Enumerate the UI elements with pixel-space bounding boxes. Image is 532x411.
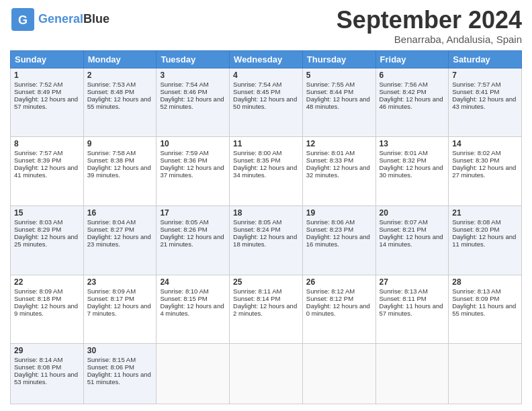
day-number: 22	[14, 277, 80, 287]
day-number: 18	[233, 208, 299, 218]
day-number: 27	[380, 277, 445, 287]
day-number: 29	[14, 346, 80, 355]
calendar-cell: 28 Sunrise: 8:13 AM Sunset: 8:09 PM Dayl…	[449, 275, 522, 344]
daylight-text: Daylight: 12 hours and 11 minutes.	[452, 233, 516, 248]
sunset-text: Sunset: 8:27 PM	[87, 226, 134, 233]
daylight-text: Daylight: 12 hours and 32 minutes.	[306, 164, 370, 179]
sunrise-text: Sunrise: 7:57 AM	[14, 149, 62, 156]
sunrise-text: Sunrise: 8:12 AM	[306, 287, 355, 295]
day-number: 13	[380, 139, 445, 148]
logo-general: General	[38, 12, 83, 26]
day-number: 24	[160, 277, 226, 287]
daylight-text: Daylight: 12 hours and 25 minutes.	[14, 233, 78, 248]
daylight-text: Daylight: 12 hours and 57 minutes.	[14, 95, 78, 110]
daylight-text: Daylight: 11 hours and 55 minutes.	[452, 302, 516, 317]
calendar-week-row: 29 Sunrise: 8:14 AM Sunset: 8:08 PM Dayl…	[11, 344, 522, 404]
logo: G GeneralBlue	[10, 7, 109, 32]
calendar-cell: 8 Sunrise: 7:57 AM Sunset: 8:39 PM Dayli…	[11, 137, 84, 206]
sunset-text: Sunset: 8:41 PM	[452, 88, 499, 95]
sunset-text: Sunset: 8:11 PM	[380, 295, 427, 302]
sunrise-text: Sunrise: 8:11 AM	[233, 287, 281, 295]
sunrise-text: Sunrise: 8:03 AM	[14, 218, 62, 226]
sunrise-text: Sunrise: 7:55 AM	[306, 81, 355, 88]
sunset-text: Sunset: 8:33 PM	[306, 156, 353, 164]
day-number: 26	[306, 277, 372, 287]
logo-blue: Blue	[83, 12, 109, 26]
month-title: September 2024	[337, 7, 522, 34]
weekday-header-sunday: Sunday	[11, 50, 84, 68]
sunset-text: Sunset: 8:35 PM	[233, 156, 280, 164]
sunrise-text: Sunrise: 8:10 AM	[160, 287, 208, 295]
daylight-text: Daylight: 12 hours and 4 minutes.	[160, 302, 224, 317]
calendar-cell	[230, 344, 303, 404]
calendar-cell: 1 Sunrise: 7:52 AM Sunset: 8:49 PM Dayli…	[11, 68, 84, 137]
sunrise-text: Sunrise: 8:05 AM	[233, 218, 281, 226]
daylight-text: Daylight: 12 hours and 0 minutes.	[306, 302, 370, 317]
page: G GeneralBlue September 2024 Benarraba, …	[0, 0, 532, 411]
daylight-text: Daylight: 12 hours and 14 minutes.	[380, 233, 443, 248]
sunrise-text: Sunrise: 7:59 AM	[160, 149, 208, 156]
sunrise-text: Sunrise: 7:56 AM	[380, 81, 428, 88]
calendar-cell: 7 Sunrise: 7:57 AM Sunset: 8:41 PM Dayli…	[449, 68, 522, 137]
day-number: 3	[160, 71, 226, 80]
day-number: 21	[452, 208, 518, 218]
sunrise-text: Sunrise: 8:13 AM	[452, 287, 500, 295]
sunset-text: Sunset: 8:12 PM	[306, 295, 353, 302]
calendar-week-row: 1 Sunrise: 7:52 AM Sunset: 8:49 PM Dayli…	[11, 68, 522, 137]
day-number: 8	[14, 139, 80, 148]
sunrise-text: Sunrise: 7:52 AM	[14, 81, 62, 88]
logo-icon: G	[10, 7, 36, 32]
calendar-cell: 12 Sunrise: 8:01 AM Sunset: 8:33 PM Dayl…	[302, 137, 375, 206]
weekday-header-friday: Friday	[375, 50, 449, 68]
calendar-week-row: 8 Sunrise: 7:57 AM Sunset: 8:39 PM Dayli…	[11, 137, 522, 206]
calendar-cell: 17 Sunrise: 8:05 AM Sunset: 8:26 PM Dayl…	[157, 206, 230, 275]
calendar-cell: 29 Sunrise: 8:14 AM Sunset: 8:08 PM Dayl…	[11, 344, 84, 404]
daylight-text: Daylight: 12 hours and 23 minutes.	[87, 233, 151, 248]
day-number: 30	[87, 346, 153, 355]
sunset-text: Sunset: 8:44 PM	[306, 88, 353, 95]
sunset-text: Sunset: 8:24 PM	[233, 226, 280, 233]
day-number: 17	[160, 208, 226, 218]
day-number: 2	[87, 71, 153, 80]
daylight-text: Daylight: 12 hours and 48 minutes.	[306, 95, 370, 110]
calendar-cell: 13 Sunrise: 8:01 AM Sunset: 8:32 PM Dayl…	[375, 137, 449, 206]
day-number: 9	[87, 139, 153, 148]
sunrise-text: Sunrise: 8:14 AM	[14, 356, 62, 363]
daylight-text: Daylight: 12 hours and 52 minutes.	[160, 95, 224, 110]
sunrise-text: Sunrise: 8:05 AM	[160, 218, 208, 226]
day-number: 16	[87, 208, 153, 218]
sunrise-text: Sunrise: 7:57 AM	[452, 81, 500, 88]
daylight-text: Daylight: 12 hours and 43 minutes.	[452, 95, 516, 110]
calendar-cell: 6 Sunrise: 7:56 AM Sunset: 8:42 PM Dayli…	[375, 68, 449, 137]
day-number: 1	[14, 71, 80, 80]
calendar-cell: 25 Sunrise: 8:11 AM Sunset: 8:14 PM Dayl…	[230, 275, 303, 344]
sunset-text: Sunset: 8:09 PM	[452, 295, 499, 302]
sunset-text: Sunset: 8:29 PM	[14, 226, 61, 233]
sunrise-text: Sunrise: 8:13 AM	[380, 287, 428, 295]
daylight-text: Daylight: 11 hours and 53 minutes.	[14, 371, 78, 385]
weekday-header-tuesday: Tuesday	[157, 50, 230, 68]
title-area: September 2024 Benarraba, Andalusia, Spa…	[337, 7, 522, 45]
calendar-cell	[157, 344, 230, 404]
calendar-cell: 19 Sunrise: 8:06 AM Sunset: 8:23 PM Dayl…	[302, 206, 375, 275]
sunset-text: Sunset: 8:08 PM	[14, 363, 61, 371]
calendar-cell: 3 Sunrise: 7:54 AM Sunset: 8:46 PM Dayli…	[157, 68, 230, 137]
calendar-week-row: 22 Sunrise: 8:09 AM Sunset: 8:18 PM Dayl…	[11, 275, 522, 344]
daylight-text: Daylight: 12 hours and 9 minutes.	[14, 302, 78, 317]
day-number: 7	[452, 71, 518, 80]
sunset-text: Sunset: 8:48 PM	[87, 88, 134, 95]
calendar-cell: 5 Sunrise: 7:55 AM Sunset: 8:44 PM Dayli…	[302, 68, 375, 137]
sunrise-text: Sunrise: 8:07 AM	[380, 218, 428, 226]
calendar-cell: 11 Sunrise: 8:00 AM Sunset: 8:35 PM Dayl…	[230, 137, 303, 206]
sunset-text: Sunset: 8:06 PM	[87, 363, 134, 371]
svg-text:G: G	[18, 13, 28, 27]
calendar-cell: 16 Sunrise: 8:04 AM Sunset: 8:27 PM Dayl…	[83, 206, 157, 275]
sunrise-text: Sunrise: 7:58 AM	[87, 149, 136, 156]
sunset-text: Sunset: 8:32 PM	[380, 156, 427, 164]
day-number: 20	[380, 208, 445, 218]
sunrise-text: Sunrise: 7:53 AM	[87, 81, 136, 88]
sunset-text: Sunset: 8:18 PM	[14, 295, 61, 302]
calendar-table: SundayMondayTuesdayWednesdayThursdayFrid…	[10, 50, 522, 404]
calendar-cell: 4 Sunrise: 7:54 AM Sunset: 8:45 PM Dayli…	[230, 68, 303, 137]
daylight-text: Daylight: 12 hours and 55 minutes.	[87, 95, 151, 110]
